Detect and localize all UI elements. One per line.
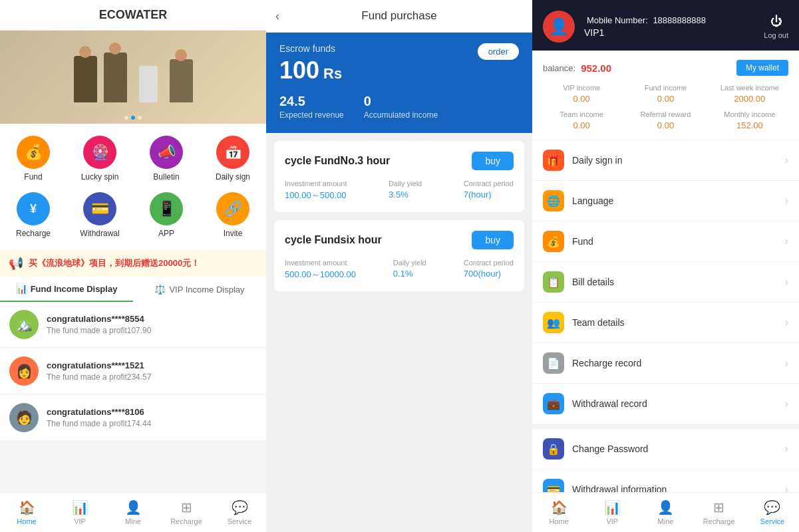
feed-content-3: congratulations****8106 The fund made a … <box>47 407 151 428</box>
left-nav-service[interactable]: 💬 Service <box>213 493 266 532</box>
right-home-icon: 🏠 <box>551 499 567 515</box>
icons-grid: 💰 Fund 🎡 Lucky spin 📣 Bulletin 📅 Daily s… <box>0 124 266 250</box>
tab-vip-income[interactable]: ⚖️ VIP Income Display <box>133 277 266 302</box>
app-title: ECOWATER <box>0 0 266 31</box>
feed-sub-2: The fund made a profit234.57 <box>47 372 151 382</box>
icon-app[interactable]: 📱 APP <box>133 187 200 243</box>
feed-sub-3: The fund made a profit174.44 <box>47 419 151 428</box>
referral-label: Referral reward <box>641 110 691 118</box>
icon-recharge[interactable]: ¥ Recharge <box>0 187 67 243</box>
fund-card-3h-header: cycle FundNo.3 hour buy <box>285 152 514 170</box>
right-nav-recharge[interactable]: ⊞ Recharge <box>693 493 746 532</box>
fund-6h-yield: Daily yield 0.1% <box>393 259 426 281</box>
icon-lucky-spin-label: Lucky spin <box>81 172 119 182</box>
icon-invite[interactable]: 🔗 Invite <box>200 187 266 243</box>
left-nav-vip[interactable]: 📊 VIP <box>53 493 106 532</box>
balance-label: balance: <box>543 63 575 73</box>
menu-daily-signin[interactable]: 🎁 Daily sign in › <box>532 140 799 181</box>
icon-recharge-label: Recharge <box>16 229 51 238</box>
accumulated-income-val: 0 <box>364 94 371 109</box>
promo-text-bar: 📢 买《流浪地球》项目，到期后赠送20000元！ <box>0 250 266 277</box>
chevron-bill: › <box>785 276 788 288</box>
right-header: 👤 Mobile Number: 18888888888 VIP1 ⏻ Log … <box>532 0 799 51</box>
menu-language[interactable]: 🌐 Language › <box>532 181 799 221</box>
bill-icon: 📋 <box>543 271 564 293</box>
right-nav-service[interactable]: 💬 Service <box>746 493 799 532</box>
right-panel: 👤 Mobile Number: 18888888888 VIP1 ⏻ Log … <box>532 0 799 532</box>
escrow-amount: 100 Rs <box>279 57 519 84</box>
avatar-3: 🧑 <box>9 403 39 432</box>
user-avatar: 👤 <box>543 11 575 43</box>
withdrawal-info-icon: 💳 <box>543 479 564 492</box>
fund-6h-period-val: 700(hour) <box>464 269 501 279</box>
right-nav-mine[interactable]: 👤 Mine <box>639 493 692 532</box>
back-button[interactable]: ‹ <box>275 9 279 23</box>
fund-3h-details: Investment amount 100.00～500.00 Daily yi… <box>285 180 514 201</box>
icon-lucky-spin[interactable]: 🎡 Lucky spin <box>67 130 133 187</box>
menu-team[interactable]: 👥 Team details › <box>532 303 799 343</box>
menu-fund[interactable]: 💰 Fund › <box>532 221 799 262</box>
mid-panel: ‹ Fund purchase order Escrow funds 100 R… <box>266 0 532 532</box>
right-nav-vip[interactable]: 📊 VIP <box>585 493 639 532</box>
order-button[interactable]: order <box>478 43 519 60</box>
referral-val: 0.00 <box>657 120 674 130</box>
icon-bulletin[interactable]: 📣 Bulletin <box>133 130 200 187</box>
feed-item-3: 🧑 congratulations****8106 The fund made … <box>0 395 266 440</box>
fund-6h-invest-label: Investment amount <box>285 259 347 267</box>
left-nav-mine[interactable]: 👤 Mine <box>106 493 160 532</box>
fund-menu-icon: 💰 <box>543 231 564 252</box>
menu-withdrawal-info[interactable]: 💳 Withdrawal information › <box>532 469 799 492</box>
buy-button-6h[interactable]: buy <box>472 231 514 249</box>
fund-3h-investment: Investment amount 100.00～500.00 <box>285 180 347 201</box>
dot-2 <box>131 116 135 120</box>
change-password-label: Change Password <box>572 444 777 454</box>
mine-icon: 👤 <box>125 499 142 515</box>
right-recharge-icon: ⊞ <box>713 499 724 515</box>
menu-recharge-record[interactable]: 📄 Recharge record › <box>532 343 799 384</box>
left-nav-recharge[interactable]: ⊞ Recharge <box>160 493 213 532</box>
my-wallet-button[interactable]: My wallet <box>736 60 788 76</box>
logout-button[interactable]: ⏻ Log out <box>764 15 788 39</box>
avatar-1: 🏔️ <box>9 310 39 339</box>
recharge-record-label: Recharge record <box>572 358 777 368</box>
chevron-team: › <box>785 317 788 329</box>
user-info: Mobile Number: 18888888888 VIP1 <box>584 15 754 38</box>
mobile-number: 18888888888 <box>653 15 706 25</box>
expected-revenue-val: 24.5 <box>279 94 305 109</box>
balance-value: 952.00 <box>581 63 611 74</box>
user-mobile: Mobile Number: 18888888888 <box>584 15 754 25</box>
menu-section-2: 🔒 Change Password › 💳 Withdrawal informa… <box>532 429 799 492</box>
fund-3h-yield-val: 3.5% <box>389 190 408 200</box>
promo-text: 买《流浪地球》项目，到期后赠送20000元！ <box>29 257 200 269</box>
vip-income-val: 0.00 <box>573 94 590 104</box>
fund-3h-invest-label: Investment amount <box>285 180 347 188</box>
right-nav-home[interactable]: 🏠 Home <box>532 493 585 532</box>
feed-sub-1: The fund made a profit107.90 <box>47 326 151 335</box>
feed-name-2: congratulations****1521 <box>47 360 151 370</box>
icon-fund-label: Fund <box>24 172 42 182</box>
team-label: Team details <box>572 317 777 328</box>
vip-income-label: VIP income <box>563 84 600 92</box>
fund-3h-yield-label: Daily yield <box>389 180 422 188</box>
fund-6h-period: Contract period 700(hour) <box>464 259 514 281</box>
fund-card-6h-header: cycle Fundsix hour buy <box>285 231 514 249</box>
recharge-record-icon: 📄 <box>543 352 564 374</box>
right-mine-icon: 👤 <box>657 499 674 515</box>
icon-withdrawal[interactable]: 💳 Withdrawal <box>67 187 133 243</box>
income-referral: Referral reward 0.00 <box>627 110 704 130</box>
change-password-icon: 🔒 <box>543 438 564 460</box>
right-service-icon: 💬 <box>764 499 780 515</box>
menu-change-password[interactable]: 🔒 Change Password › <box>532 429 799 469</box>
icon-fund[interactable]: 💰 Fund <box>0 130 67 187</box>
fund-6h-invest-val: 500.00～10000.00 <box>285 269 356 281</box>
tab-fund-income[interactable]: 📊 Fund Income Display <box>0 277 133 302</box>
menu-bill[interactable]: 📋 Bill details › <box>532 262 799 303</box>
left-nav-home[interactable]: 🏠 Home <box>0 493 53 532</box>
icon-daily-sign[interactable]: 📅 Daily sign <box>200 130 266 187</box>
buy-button-3h[interactable]: buy <box>472 152 514 170</box>
income-fund: Fund income 0.00 <box>627 84 704 104</box>
chevron-withdrawal-info: › <box>785 483 788 492</box>
expected-revenue: 24.5 Expected revenue <box>279 94 344 120</box>
menu-withdrawal-record[interactable]: 💼 Withdrawal record › <box>532 384 799 424</box>
fund-menu-label: Fund <box>572 236 777 247</box>
